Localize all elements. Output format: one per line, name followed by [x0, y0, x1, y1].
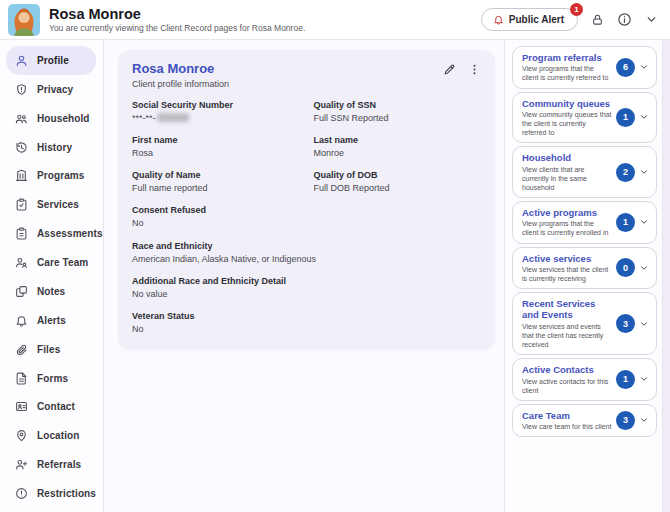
alerts-bell-icon	[15, 314, 28, 327]
summary-card-active-programs[interactable]: Active programsView programs that the cl…	[512, 201, 657, 244]
summary-card-title: Active services	[522, 253, 612, 264]
field-label: Veteran Status	[132, 311, 300, 321]
summary-card-description: View active contacts for this client	[522, 377, 612, 395]
summary-card-title: Care Team	[522, 410, 612, 421]
sidebar-item-care-team[interactable]: Care Team	[6, 248, 96, 277]
count-badge: 1	[616, 108, 635, 127]
field-consent-refused: Consent Refused No	[132, 205, 300, 229]
ssn-masked-value: ***-**-	[132, 113, 156, 123]
chevron-down-icon[interactable]	[639, 263, 649, 273]
sidebar-item-location[interactable]: Location	[6, 421, 96, 450]
field-row: Veteran Status No	[132, 311, 481, 335]
summary-card-title: Recent Services and Events	[522, 298, 612, 321]
public-alert-count-badge: 1	[570, 3, 583, 16]
sidebar-item-restrictions[interactable]: Restrictions	[6, 479, 96, 508]
chevron-down-icon[interactable]	[639, 112, 649, 122]
profile-card-title: Rosa Monroe	[132, 61, 229, 77]
sidebar-item-referrals[interactable]: Referrals	[6, 450, 96, 479]
sidebar-item-assessments[interactable]: Assessments	[6, 219, 96, 248]
field-value: Full SSN Reported	[314, 113, 482, 124]
sidebar-item-programs[interactable]: Programs	[6, 162, 96, 191]
summary-card-recent-services-events[interactable]: Recent Services and EventsView services …	[512, 292, 657, 355]
summary-card-program-referrals[interactable]: Program referralsView programs that the …	[512, 46, 657, 89]
more-options-icon[interactable]	[468, 63, 481, 76]
field-label: Social Security Number	[132, 100, 300, 110]
sidebar-item-label: Alerts	[37, 315, 66, 326]
field-additional-race-ethnicity: Additional Race and Ethnicity Detail No …	[132, 276, 481, 300]
sidebar-item-label: Profile	[37, 55, 69, 66]
field-quality-of-ssn: Quality of SSN Full SSN Reported	[314, 100, 482, 124]
chevron-down-icon[interactable]	[645, 13, 658, 26]
summary-card-title: Community queues	[522, 98, 612, 109]
summary-card-care-team[interactable]: Care TeamView care team for this client …	[512, 404, 657, 437]
field-label: Additional Race and Ethnicity Detail	[132, 276, 481, 286]
field-veteran-status: Veteran Status No	[132, 311, 300, 335]
sidebar-item-label: Privacy	[37, 84, 73, 95]
contact-card-icon	[15, 400, 28, 413]
files-paperclip-icon	[15, 343, 28, 356]
chevron-down-icon[interactable]	[639, 167, 649, 177]
sidebar-item-notes[interactable]: Notes	[6, 277, 96, 306]
field-value: No	[132, 218, 300, 229]
sidebar-item-household[interactable]: Household	[6, 104, 96, 133]
sidebar-item-history[interactable]: History	[6, 133, 96, 162]
summary-card-description: View services that the client is current…	[522, 265, 612, 283]
summary-panel: Program referralsView programs that the …	[504, 40, 662, 512]
sidebar-item-label: Location	[37, 430, 79, 441]
summary-card-community-queues[interactable]: Community queuesView community queues th…	[512, 92, 657, 144]
alert-bell-icon	[493, 14, 504, 25]
household-people-icon	[15, 112, 28, 125]
summary-card-household[interactable]: HouseholdView clients that are currently…	[512, 146, 657, 198]
sidebar-item-label: Files	[37, 344, 60, 355]
count-badge: 3	[616, 314, 635, 333]
sidebar-item-forms[interactable]: Forms	[6, 364, 96, 393]
field-label: Consent Refused	[132, 205, 300, 215]
summary-card-description: View programs that the client is current…	[522, 64, 612, 82]
chevron-down-icon[interactable]	[639, 319, 649, 329]
field-row: Additional Race and Ethnicity Detail No …	[132, 276, 481, 300]
notes-copy-icon	[15, 285, 28, 298]
summary-card-active-services[interactable]: Active servicesView services that the cl…	[512, 247, 657, 290]
sidebar-item-privacy[interactable]: Privacy	[6, 75, 96, 104]
main-content: Rosa Monroe Client profile information S…	[104, 40, 504, 512]
client-avatar	[8, 4, 40, 36]
sidebar-item-contact[interactable]: Contact	[6, 393, 96, 422]
summary-card-active-contacts[interactable]: Active ContactsView active contacts for …	[512, 358, 657, 401]
sidebar-item-files[interactable]: Files	[6, 335, 96, 364]
header-actions: Public Alert 1	[481, 8, 658, 31]
services-clipboard-icon	[15, 198, 28, 211]
chevron-down-icon[interactable]	[639, 415, 649, 425]
sidebar-item-alerts[interactable]: Alerts	[6, 306, 96, 335]
public-alert-label: Public Alert	[509, 14, 564, 25]
edit-pencil-icon[interactable]	[443, 63, 456, 76]
header-titles: Rosa Monroe You are currently viewing th…	[49, 6, 305, 34]
info-icon[interactable]	[617, 12, 632, 27]
field-row: Race and Ethnicity American Indian, Alas…	[132, 241, 481, 265]
sidebar-item-label: Assessments	[37, 228, 103, 239]
context-note: You are currently viewing the Client Rec…	[49, 23, 305, 33]
field-label: First name	[132, 135, 300, 145]
field-quality-of-dob: Quality of DOB Full DOB Reported	[314, 170, 482, 194]
header: Rosa Monroe You are currently viewing th…	[0, 0, 670, 40]
field-row: Social Security Number ***-**- Quality o…	[132, 100, 481, 124]
summary-card-description: View care team for this client	[522, 422, 612, 431]
public-alert-button[interactable]: Public Alert 1	[481, 8, 578, 31]
forms-document-icon	[15, 372, 28, 385]
field-label: Last name	[314, 135, 482, 145]
profile-card-actions	[443, 61, 481, 76]
sidebar-item-label: Services	[37, 199, 79, 210]
scrollbar-track[interactable]	[662, 40, 670, 512]
field-value: Full name reported	[132, 183, 300, 194]
field-row: Consent Refused No	[132, 205, 481, 229]
count-badge: 2	[616, 163, 635, 182]
chevron-down-icon[interactable]	[639, 374, 649, 384]
chevron-down-icon[interactable]	[639, 62, 649, 72]
field-value: Monroe	[314, 148, 482, 159]
field-label: Quality of DOB	[314, 170, 482, 180]
history-clock-icon	[15, 141, 28, 154]
lock-icon[interactable]	[591, 13, 604, 26]
sidebar-item-profile[interactable]: Profile	[6, 46, 96, 75]
chevron-down-icon[interactable]	[639, 217, 649, 227]
page-title: Rosa Monroe	[49, 6, 305, 23]
sidebar-item-services[interactable]: Services	[6, 190, 96, 219]
